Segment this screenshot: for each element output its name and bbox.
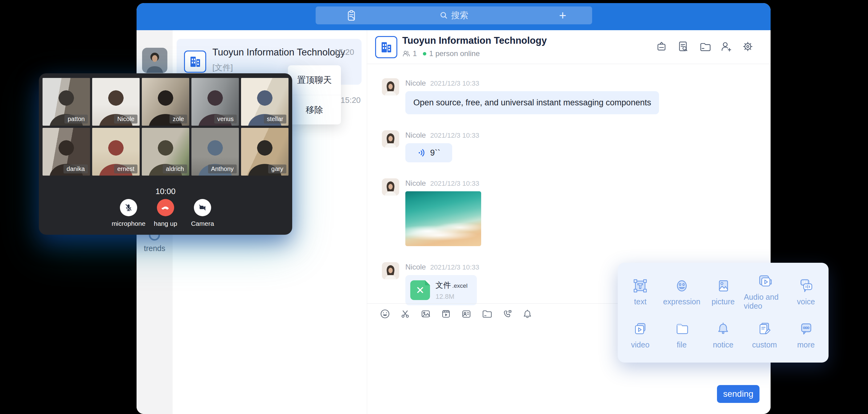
participant-tile: gary (241, 128, 288, 176)
trends-label[interactable]: trends (136, 244, 173, 253)
sound-wave-icon (417, 148, 427, 157)
menu-item-remove[interactable]: 移除 (288, 95, 341, 124)
message-time: 2021/12/3 10:33 (430, 79, 479, 88)
participant-name: patton (64, 115, 88, 124)
call-controls: microphone hang up Camera (39, 199, 292, 227)
participant-name: stellar (264, 115, 286, 124)
file-size: 12.8M (436, 293, 468, 300)
file-folder-icon[interactable] (481, 308, 492, 319)
message-time: 2021/12/3 10:33 (430, 263, 479, 272)
send-button[interactable]: sending (717, 385, 760, 403)
sender-name: Nicole (405, 179, 426, 188)
notification-bell-icon[interactable] (522, 308, 533, 319)
online-status: 1 person online (429, 49, 479, 58)
ballot-icon[interactable] (655, 40, 668, 53)
hang-up-button[interactable]: hang up (147, 199, 184, 227)
feature-notice[interactable]: notice (703, 313, 744, 356)
sender-avatar[interactable] (382, 178, 399, 196)
picture-icon[interactable] (420, 308, 431, 319)
text-icon (631, 276, 650, 295)
participant-tile: Anthony (191, 128, 239, 176)
participant-name: ernest (114, 164, 137, 173)
add-member-icon[interactable] (720, 40, 733, 53)
organization-icon (375, 36, 397, 58)
feature-text[interactable]: text (620, 269, 661, 313)
settings-gear-icon[interactable] (742, 40, 754, 53)
voice-message-bubble[interactable]: 9`` (405, 143, 452, 162)
feature-audio-video[interactable]: Audio and video (744, 269, 785, 313)
message-text: Nicole 2021/12/3 10:33 Open source, free… (382, 78, 771, 114)
group-files-icon[interactable] (699, 40, 711, 53)
message-time: 2021/12/3 10:33 (430, 180, 479, 188)
sender-avatar[interactable] (382, 262, 399, 279)
conversation-time: 15:20 (334, 47, 354, 57)
contact-card-icon[interactable] (461, 308, 472, 319)
participant-tile: stellar (241, 78, 288, 126)
video-icon (631, 319, 650, 339)
image-message-beach[interactable] (405, 191, 481, 246)
current-user-avatar[interactable] (142, 48, 167, 73)
picture-icon (714, 276, 733, 295)
participant-name: gary (268, 164, 286, 173)
menu-item-pin-chat[interactable]: 置顶聊天 (288, 65, 341, 95)
call-records-icon[interactable] (345, 9, 358, 22)
notice-bell-icon (714, 319, 733, 339)
participant-name: Nicole (114, 115, 137, 124)
expression-icon (672, 276, 691, 295)
top-bar: 搜索 + (136, 3, 771, 30)
sender-avatar[interactable] (382, 130, 399, 148)
custom-icon (755, 319, 774, 339)
feature-file[interactable]: file (661, 313, 702, 356)
video-call-overlay: patton Nicole zole venus stellar danika … (39, 73, 292, 235)
feature-expression[interactable]: expression (661, 269, 702, 313)
participant-name: zole (169, 115, 187, 124)
participant-tile: zole (142, 78, 189, 126)
message-image: Nicole 2021/12/3 10:33 (382, 178, 771, 246)
file-folder-icon (672, 319, 691, 339)
feature-more[interactable]: more (785, 313, 827, 356)
emoji-icon[interactable] (379, 308, 391, 319)
participant-tile: ernest (92, 128, 140, 176)
search-placeholder: 搜索 (451, 9, 468, 21)
video-clip-icon[interactable] (440, 308, 452, 319)
mic-muted-icon (123, 202, 134, 213)
camera-toggle-button[interactable]: Camera (184, 199, 221, 227)
conversation-time: 15:20 (341, 95, 361, 105)
participant-tile: Nicole (92, 78, 140, 126)
participant-tile: aldrich (142, 128, 189, 176)
members-icon (402, 50, 410, 58)
feature-voice[interactable]: voice (785, 269, 827, 313)
screenshot-scissors-icon[interactable] (400, 308, 411, 319)
sender-name: Nicole (405, 131, 426, 139)
member-count: 1 (413, 49, 417, 58)
video-call-icon[interactable] (501, 308, 513, 319)
microphone-toggle-button[interactable]: microphone (110, 199, 147, 227)
file-message-bubble[interactable]: ✕ 文件.excel 12.8M (405, 275, 477, 305)
chat-title: Tuoyun Information Technology (402, 35, 547, 46)
conversation-title: Tuoyun Information Technology (212, 47, 345, 58)
message-voice: Nicole 2021/12/3 10:33 9`` (382, 130, 771, 162)
sender-name: Nicole (405, 79, 426, 88)
sender-avatar[interactable] (382, 78, 399, 95)
chat-header: Tuoyun Information Technology 1 1 person… (367, 30, 771, 64)
participant-tile: danika (42, 128, 90, 176)
file-name: 文件 (436, 281, 451, 289)
camera-muted-icon (197, 202, 208, 213)
hang-up-icon (160, 202, 171, 213)
feature-picture[interactable]: picture (703, 269, 744, 313)
organization-icon (184, 51, 206, 73)
message-type-panel: text expression picture Audio and video (618, 263, 829, 362)
participant-tile: patton (42, 78, 90, 126)
search-input[interactable]: 搜索 + (316, 6, 592, 24)
participant-tile: venus (191, 78, 239, 126)
audio-video-icon (755, 272, 774, 291)
feature-video[interactable]: video (620, 313, 661, 356)
context-menu: 置顶聊天 移除 (288, 65, 341, 124)
chat-history-search-icon[interactable] (677, 40, 689, 53)
add-icon[interactable]: + (559, 10, 566, 20)
search-icon (439, 11, 448, 20)
sender-name: Nicole (405, 263, 426, 272)
participant-name: aldrich (163, 164, 187, 173)
voice-icon (797, 276, 815, 295)
feature-custom[interactable]: custom (744, 313, 785, 356)
